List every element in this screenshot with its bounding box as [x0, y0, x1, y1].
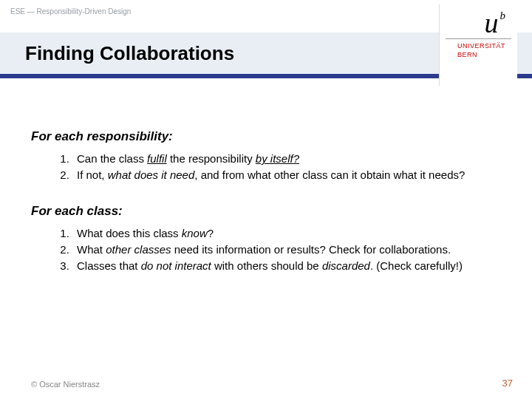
text: If not, [77, 168, 108, 181]
text: What does this class [77, 227, 182, 239]
list-item: What does this class know? [72, 226, 502, 241]
list-item: If not, what does it need, and from what… [72, 168, 502, 183]
list-2: What does this class know? What other cl… [31, 226, 502, 274]
logo-b-glyph: b [500, 10, 506, 21]
section-heading-2: For each class: [31, 204, 502, 219]
university-logo: ub UNIVERSITÄT BERN [440, 4, 517, 86]
footer-copyright: © Oscar Nierstrasz [31, 380, 100, 389]
text: the responsibility [167, 152, 256, 165]
text: need its information or results? Check f… [171, 243, 451, 256]
emphasis: other classes [106, 243, 171, 256]
logo-text: UNIVERSITÄT BERN [446, 42, 511, 59]
text: with others should be [211, 259, 322, 272]
course-label: ESE — Responsibility-Driven Design [10, 7, 131, 16]
logo-u-glyph: u [485, 7, 499, 38]
text: What [77, 243, 106, 256]
section-heading-1: For each responsibility: [31, 129, 502, 144]
emphasis: by itself? [256, 152, 299, 165]
slide: ESE — Responsibility-Driven Design Findi… [0, 0, 532, 399]
emphasis: what does it need [108, 168, 195, 181]
emphasis: discarded [322, 259, 370, 272]
emphasis: do not interact [141, 259, 211, 272]
text: , and from what other class can it obtai… [194, 168, 465, 181]
logo-line2: BERN [457, 51, 477, 58]
text: Can the class [77, 152, 147, 165]
list-1: Can the class fulfil the responsibility … [31, 151, 502, 183]
emphasis: know [182, 227, 208, 239]
content-body: For each responsibility: Can the class f… [31, 129, 502, 294]
text: Classes that [77, 259, 141, 272]
list-item: What other classes need its information … [72, 242, 502, 257]
logo-rule [446, 38, 511, 39]
page-number: 37 [502, 378, 513, 389]
list-item: Can the class fulfil the responsibility … [72, 151, 502, 166]
list-item: Classes that do not interact with others… [72, 259, 502, 273]
logo-mark: ub [446, 9, 511, 37]
text: . (Check carefully!) [370, 259, 463, 272]
page-title: Finding Collaborations [25, 42, 234, 65]
logo-line1: UNIVERSITÄT [457, 42, 505, 50]
emphasis: fulfil [147, 152, 167, 165]
text: ? [208, 227, 214, 239]
